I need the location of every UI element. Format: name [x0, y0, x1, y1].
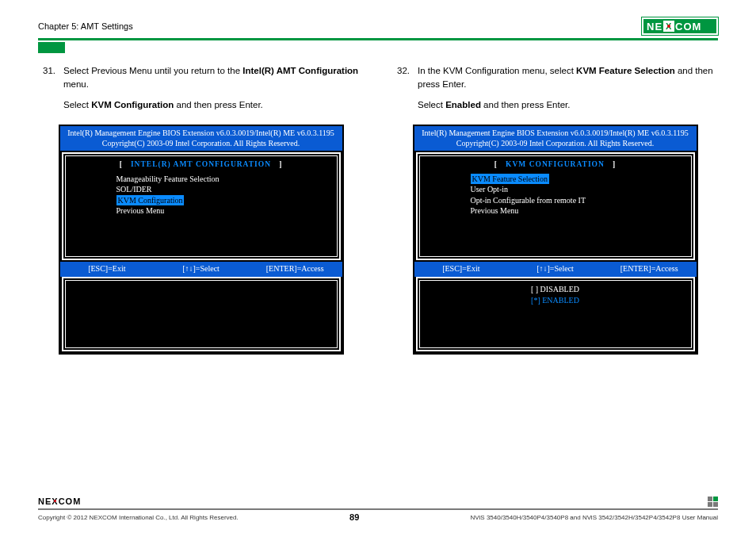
manual-title: NViS 3540/3540H/3540P4/3540P8 and NViS 3… — [471, 514, 718, 521]
step-text: In the KVM Configuration menu, select KV… — [418, 64, 718, 90]
bios-option-enabled[interactable]: [*] ENABLED — [425, 295, 686, 307]
step-text: Select Previous Menu until you return to… — [63, 64, 364, 90]
bios-menu-item[interactable]: Previous Menu — [116, 205, 332, 217]
bios-menu-item-selected[interactable]: KVM Configuration — [116, 195, 332, 206]
step-text: Select KVM Configuration and then press … — [63, 98, 364, 112]
bios-menu-title: [ KVM CONFIGURATION ] — [425, 159, 686, 171]
footer-rule — [38, 508, 718, 510]
bios-lower-panel — [65, 280, 338, 348]
header-rule — [38, 38, 718, 40]
step-number: 31. — [38, 64, 55, 120]
bios-menu-title: [ INTEL(R) AMT CONFIGURATION ] — [71, 159, 332, 171]
step-number: 32. — [392, 64, 410, 120]
bios-key-bar: [ESC]=Exit [↑↓]=Select [ENTER]=Access — [414, 262, 697, 277]
bios-menu-item[interactable]: User Opt-in — [471, 184, 686, 195]
footer-squares-icon — [708, 497, 718, 507]
page-number: 89 — [349, 512, 359, 522]
bios-menu-item[interactable]: Previous Menu — [471, 205, 686, 217]
bios-header: Intel(R) Management Engine BIOS Extensio… — [60, 126, 342, 151]
bios-menu-item[interactable]: Opt-in Configurable from remote IT — [471, 195, 686, 206]
bios-lower-panel: [ ] DISABLED [*] ENABLED — [419, 280, 692, 348]
bios-menu-item[interactable]: Manageability Feature Selection — [116, 174, 332, 185]
bios-key-bar: [ESC]=Exit [↑↓]=Select [ENTER]=Access — [60, 262, 342, 277]
step-text: Select Enabled and then press Enter. — [418, 98, 718, 112]
bios-option-disabled[interactable]: [ ] DISABLED — [425, 284, 686, 296]
bios-screen-right: Intel(R) Management Engine BIOS Extensio… — [413, 125, 698, 355]
bios-screen-left: Intel(R) Management Engine BIOS Extensio… — [59, 125, 344, 355]
copyright-text: Copyright © 2012 NEXCOM International Co… — [38, 514, 239, 521]
chapter-title: Chapter 5: AMT Settings — [38, 21, 133, 31]
header-tab — [38, 42, 65, 53]
bios-header: Intel(R) Management Engine BIOS Extensio… — [414, 126, 697, 151]
bios-menu-item[interactable]: SOL/IDER — [116, 184, 332, 195]
bios-menu-item-selected[interactable]: KVM Feature Selection — [471, 174, 686, 185]
nexcom-logo-bottom: NEXCOM — [38, 496, 94, 507]
nexcom-logo-top: NEXCOM — [642, 17, 718, 35]
